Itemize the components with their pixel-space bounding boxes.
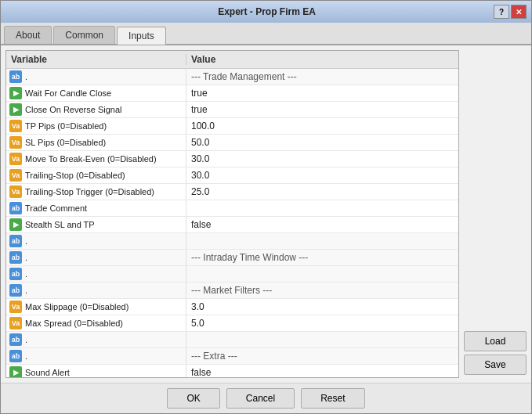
cell-value (186, 338, 458, 341)
cell-value: false (186, 365, 458, 377)
tab-common[interactable]: Common (53, 26, 115, 44)
col-value-header: Value (186, 54, 446, 65)
table-body[interactable]: ab.--- Trade Management ---▶Wait For Can… (6, 69, 458, 377)
table-row[interactable]: VaMove To Break-Even (0=Disabled)30.0 (6, 151, 458, 167)
table-row[interactable]: ▶Sound Alertfalse (6, 365, 458, 377)
variable-name: . (25, 351, 27, 361)
arrow-icon: ▶ (9, 103, 22, 116)
table-row[interactable]: ab. (6, 332, 458, 348)
table-row[interactable]: VaTrailing-Stop Trigger (0=Disabled)25.0 (6, 184, 458, 200)
ab-icon: ab (9, 284, 22, 297)
tab-about[interactable]: About (4, 26, 52, 44)
cell-value: 30.0 (186, 152, 458, 166)
cell-value: 5.0 (186, 316, 458, 330)
cell-variable: VaMove To Break-Even (0=Disabled) (6, 151, 186, 167)
table-row[interactable]: ab.--- Intraday Time Window --- (6, 250, 458, 266)
cell-value (186, 239, 458, 243)
cell-variable: ab. (6, 69, 186, 85)
cell-value: 100.0 (186, 119, 458, 133)
arrow-icon: ▶ (9, 87, 22, 99)
variable-name: . (25, 335, 27, 344)
load-button[interactable]: Load (464, 331, 527, 351)
va-icon: Va (9, 301, 22, 313)
cell-variable: ▶Sound Alert (6, 365, 186, 377)
cell-variable: abTrade Comment (6, 200, 186, 216)
variable-name: . (25, 253, 27, 262)
ab-icon: ab (9, 202, 22, 214)
bottom-bar: OK Cancel Reset (1, 383, 531, 413)
variable-name: Wait For Candle Close (25, 88, 111, 98)
close-button[interactable]: ✕ (511, 5, 527, 19)
cell-value: true (186, 103, 458, 117)
cell-value (186, 207, 458, 210)
main-window: Expert - Prop Firm EA ? ✕ About Common I… (0, 0, 532, 414)
table-row[interactable]: ▶Stealth SL and TPfalse (6, 217, 458, 233)
cell-variable: VaMax Spread (0=Disabled) (6, 315, 186, 331)
table-row[interactable]: ab.--- Trade Management --- (6, 69, 458, 85)
cell-value: 50.0 (186, 135, 458, 149)
help-button[interactable]: ? (494, 5, 509, 19)
cell-value: 25.0 (186, 185, 458, 199)
tab-inputs[interactable]: Inputs (117, 27, 166, 45)
save-button[interactable]: Save (464, 355, 527, 375)
table-row[interactable]: ▶Close On Reverse Signaltrue (6, 102, 458, 118)
cell-value: --- Extra --- (186, 349, 458, 363)
variable-name: . (25, 286, 27, 295)
variable-name: SL Pips (0=Disabled) (25, 138, 106, 147)
tab-bar: About Common Inputs (1, 23, 531, 45)
cell-variable: ab. (6, 250, 186, 265)
va-icon: Va (9, 169, 22, 182)
table-row[interactable]: VaMax Spread (0=Disabled)5.0 (6, 315, 458, 332)
cell-value: --- Intraday Time Window --- (186, 250, 458, 265)
cell-value: true (186, 86, 458, 100)
table-row[interactable]: VaTrailing-Stop (0=Disabled)30.0 (6, 167, 458, 184)
cell-variable: ab. (6, 283, 186, 298)
table-row[interactable]: ab.--- Extra --- (6, 348, 458, 365)
cell-variable: VaSL Pips (0=Disabled) (6, 135, 186, 150)
ok-button[interactable]: OK (167, 388, 219, 409)
table-row[interactable]: ab.--- Market Filters --- (6, 283, 458, 299)
cell-variable: VaMax Slippage (0=Disabled) (6, 299, 186, 315)
title-bar: Expert - Prop Firm EA ? ✕ (1, 1, 531, 23)
table-row[interactable]: VaSL Pips (0=Disabled)50.0 (6, 135, 458, 151)
table-header: Variable Value (6, 51, 458, 69)
cell-variable: ▶Wait For Candle Close (6, 85, 186, 101)
va-icon: Va (9, 153, 22, 165)
table-row[interactable]: VaMax Slippage (0=Disabled)3.0 (6, 299, 458, 315)
variable-name: Stealth SL and TP (25, 220, 95, 229)
arrow-icon: ▶ (9, 366, 22, 377)
table-row[interactable]: ▶Wait For Candle Closetrue (6, 85, 458, 102)
cell-value: --- Trade Management --- (186, 70, 458, 84)
va-icon: Va (9, 136, 22, 149)
table-row[interactable]: ab. (6, 266, 458, 283)
arrow-icon: ▶ (9, 218, 22, 231)
variable-name: Trailing-Stop (0=Disabled) (25, 171, 125, 180)
cell-variable: ab. (6, 233, 186, 249)
ab-icon: ab (9, 251, 22, 264)
ab-icon: ab (9, 70, 22, 83)
cell-value (186, 272, 458, 275)
table-row[interactable]: VaTP Pips (0=Disabled)100.0 (6, 118, 458, 135)
va-icon: Va (9, 120, 22, 132)
variable-name: Close On Reverse Signal (25, 105, 122, 114)
ab-icon: ab (9, 333, 22, 346)
window-title: Expert - Prop Firm EA (40, 6, 494, 17)
table-row[interactable]: ab. (6, 233, 458, 250)
inputs-table: Variable Value ab.--- Trade Management -… (5, 50, 459, 378)
side-panel: Load Save (464, 50, 527, 378)
cell-variable: VaTrailing-Stop Trigger (0=Disabled) (6, 184, 186, 200)
cell-variable: ▶Close On Reverse Signal (6, 102, 186, 117)
ab-icon: ab (9, 235, 22, 247)
table-row[interactable]: abTrade Comment (6, 200, 458, 217)
cancel-button[interactable]: Cancel (226, 388, 295, 409)
col-variable-header: Variable (6, 54, 186, 65)
variable-name: Max Slippage (0=Disabled) (25, 302, 128, 311)
cell-value: --- Market Filters --- (186, 283, 458, 297)
cell-value: 30.0 (186, 168, 458, 182)
variable-name: Trailing-Stop Trigger (0=Disabled) (25, 187, 154, 196)
va-icon: Va (9, 185, 22, 198)
reset-button[interactable]: Reset (301, 388, 364, 409)
variable-name: Move To Break-Even (0=Disabled) (25, 154, 157, 164)
cell-variable: ab. (6, 266, 186, 282)
cell-variable: VaTrailing-Stop (0=Disabled) (6, 167, 186, 183)
